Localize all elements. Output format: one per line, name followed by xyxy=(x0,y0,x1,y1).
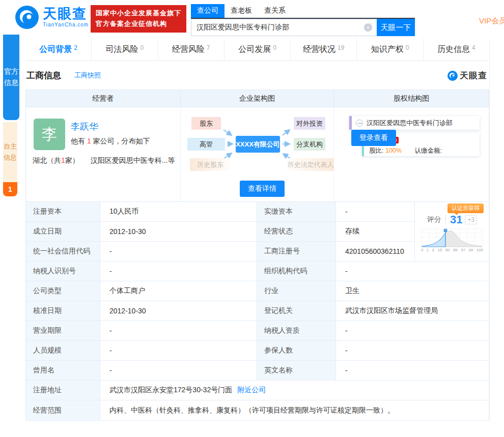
operator-cell: 李 李跃华 他有 1 家公司，分布如下 湖北（共1家）汉阳区爱因思中医专科...… xyxy=(26,107,181,201)
org-node-company: XXXX有限公司 xyxy=(236,136,280,153)
company-nav-tabs: 公司背景2 司法风险0 经营风险7 公司发展0 经营状况19 知识产权0 历史信… xyxy=(25,38,489,61)
search-tab-boss[interactable]: 查老板 xyxy=(225,4,258,18)
main-content: 公司背景2 司法风险0 经营风险7 公司发展0 经营状况19 知识产权0 历史信… xyxy=(25,38,490,421)
overview-panel: 经营者 企业架构图 股权结构图 李 李跃华 他有 1 家公司，分布如下 湖北（共… xyxy=(25,90,489,202)
table-row: 公司类型 个体工商户 行业 卫生 xyxy=(26,281,489,301)
watermark-text: 天眼查 xyxy=(460,70,487,81)
operator-description: 他有 1 家公司，分布如下 xyxy=(71,137,150,146)
tab-history-info[interactable]: 历史信息4 xyxy=(423,38,489,61)
panel-header-operator: 经营者 xyxy=(26,90,181,107)
company-score-panel: 认证后获得 评分 31 +3 xyxy=(414,202,489,261)
operator-region-line: 湖北（共1家）汉阳区爱因思中医专科...等 xyxy=(33,156,178,165)
org-node-executives: 高管 xyxy=(187,138,225,151)
sidebar-tab-self-info[interactable]: 自主信息 xyxy=(3,122,17,182)
search-area: 查公司 查老板 查关系 × 天眼一下 xyxy=(191,4,415,36)
table-row: 人员规模 - 参保人数 - xyxy=(26,341,489,361)
clear-search-icon[interactable]: × xyxy=(364,23,372,32)
vip-member-link[interactable]: VIP会员 xyxy=(479,16,504,26)
tianyancha-logo-icon xyxy=(15,6,39,29)
section-header: 工商信息 工商快照 天眼查 xyxy=(25,61,489,90)
org-node-branches: 分支机构 xyxy=(294,138,325,151)
table-row: 曾用名 - 英文名称 - xyxy=(26,361,489,381)
tab-judicial-risk[interactable]: 司法风险0 xyxy=(91,38,157,61)
score-chart-axis: 01 315 5085 9799 100 xyxy=(421,248,483,252)
search-tab-company[interactable]: 查公司 xyxy=(191,4,225,18)
tab-company-background[interactable]: 公司背景2 xyxy=(25,38,91,61)
table-row-business-scope: 经营范围 内科、中医科（针灸科、推拿科、康复科）（许可项目经营期限与许可证核定期… xyxy=(26,400,489,420)
registered-address: 武汉市汉阳区永安堂172号30-32号门面 xyxy=(109,386,232,395)
ratio-label: 股比: xyxy=(369,147,383,154)
score-value: 31 xyxy=(450,213,462,226)
score-delta: +3 xyxy=(465,215,477,224)
panel-header-equity-chart: 股权结构图 xyxy=(334,90,489,107)
score-distribution-chart xyxy=(421,228,483,248)
operator-avatar[interactable]: 李 xyxy=(34,119,65,150)
search-tab-relation[interactable]: 查关系 xyxy=(258,4,292,18)
business-scope-text: 内科、中医科（针灸科、推拿科、康复科）（许可项目经营期限与许可证核定期限一致）。 xyxy=(100,400,489,420)
equity-chart-cell: 汉阳区爱因思中医专科门诊部 李跃华 股比: 100% 认缴金额: 登录查看 xyxy=(334,107,489,201)
table-row: 核准日期 2012-10-30 登记机关 武汉市汉阳区市场监督管理局 xyxy=(26,301,489,321)
view-details-button[interactable]: 查看详情 xyxy=(240,181,285,197)
login-to-view-button[interactable]: 登录查看 xyxy=(351,130,396,146)
panel-header-org-chart: 企业架构图 xyxy=(181,90,334,107)
logo-domain-text: TianYanCha.com xyxy=(43,22,89,27)
org-node-historical-shareholders: 历史股东 xyxy=(190,158,231,171)
sidebar-tab-official-info[interactable]: 官方信息 xyxy=(3,35,19,120)
table-row-address: 注册地址 武汉市汉阳区永安堂172号30-32号门面 附近公司 xyxy=(26,381,489,400)
section-title: 工商信息 xyxy=(26,70,61,81)
ratio-value: 100% xyxy=(385,147,402,154)
logo-brand-text: 天眼查 xyxy=(43,7,89,21)
search-input[interactable] xyxy=(191,19,377,36)
watermark-logo-icon xyxy=(447,71,458,81)
operator-name-link[interactable]: 李跃华 xyxy=(71,121,98,133)
business-snapshot-link[interactable]: 工商快照 xyxy=(74,71,101,80)
tianyancha-logo[interactable]: 天眼查 TianYanCha.com xyxy=(15,6,89,29)
org-node-shareholders: 股东 xyxy=(191,117,221,130)
tab-operating-risk[interactable]: 经营风险7 xyxy=(158,38,224,61)
header: 天眼查 TianYanCha.com 国家中小企业发展基金旗下 官方备案企业征信… xyxy=(0,0,504,36)
self-info-count-badge[interactable]: 1 xyxy=(3,182,17,196)
operator-company-link[interactable]: 汉阳区爱因思中医专科...等 xyxy=(91,156,175,164)
tab-operating-status[interactable]: 经营状况19 xyxy=(290,38,356,61)
collapse-node-icon[interactable] xyxy=(356,120,363,127)
table-row: 营业期限 - 纳税人资质 - xyxy=(26,321,489,341)
watermark-logo: 天眼查 xyxy=(447,70,487,81)
gov-certification-badge: 国家中小企业发展基金旗下 官方备案企业征信机构 xyxy=(91,5,186,33)
score-label: 评分 xyxy=(427,215,446,224)
gov-badge-line1: 国家中小企业发展基金旗下 xyxy=(96,8,181,19)
tab-intellectual-property[interactable]: 知识产权0 xyxy=(356,38,423,61)
equity-root-company-name: 汉阳区爱因思中医专科门诊部 xyxy=(367,119,453,128)
nearby-companies-link[interactable]: 附近公司 xyxy=(237,386,266,395)
tab-company-development[interactable]: 公司发展0 xyxy=(224,38,290,61)
search-button[interactable]: 天眼一下 xyxy=(377,19,415,36)
equity-root-node: 汉阳区爱因思中医专科门诊部 xyxy=(349,116,480,130)
table-row: 纳税人识别号 - 组织机构代码 - xyxy=(26,261,489,281)
subscribed-amount-label: 认缴金额: xyxy=(414,147,441,154)
gov-badge-line2: 官方备案企业征信机构 xyxy=(96,19,181,30)
org-node-historical-legal-rep: 历史法定代表人 xyxy=(287,158,334,171)
search-tabs: 查公司 查老板 查关系 xyxy=(191,4,415,19)
org-node-outbound-investment: 对外投资 xyxy=(294,117,325,130)
certify-to-get-badge[interactable]: 认证后获得 xyxy=(447,203,484,213)
registration-table: 认证后获得 评分 31 +3 xyxy=(25,202,489,421)
org-chart-cell: 股东 高管 历史股东 XXXX有限公司 对外投资 分支机构 历史法定代表人 查看… xyxy=(181,107,334,201)
